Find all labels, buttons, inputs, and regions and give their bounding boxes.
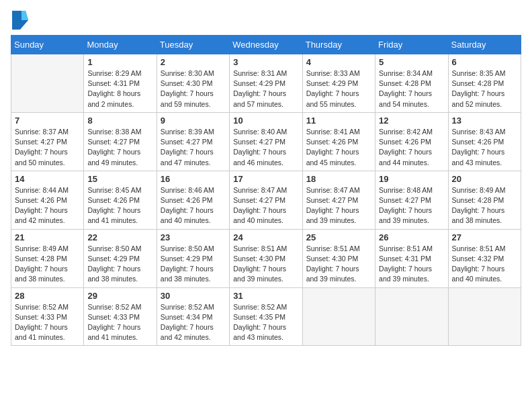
day-info: Sunrise: 8:50 AM Sunset: 4:29 PM Dayligh…: [87, 244, 152, 285]
calendar-cell: 29Sunrise: 8:52 AM Sunset: 4:33 PM Dayli…: [84, 287, 157, 346]
day-number: 19: [379, 174, 444, 184]
calendar-cell: [375, 287, 448, 346]
day-info: Sunrise: 8:51 AM Sunset: 4:30 PM Dayligh…: [233, 244, 298, 285]
calendar-cell: 27Sunrise: 8:51 AM Sunset: 4:32 PM Dayli…: [448, 229, 521, 287]
logo: [11, 11, 28, 30]
calendar-cell: 16Sunrise: 8:46 AM Sunset: 4:26 PM Dayli…: [157, 171, 229, 229]
calendar-week-row: 7Sunrise: 8:37 AM Sunset: 4:27 PM Daylig…: [11, 112, 521, 171]
calendar-cell: 14Sunrise: 8:44 AM Sunset: 4:26 PM Dayli…: [11, 171, 84, 229]
day-info: Sunrise: 8:52 AM Sunset: 4:33 PM Dayligh…: [15, 302, 80, 343]
calendar-week-row: 28Sunrise: 8:52 AM Sunset: 4:33 PM Dayli…: [11, 287, 521, 346]
day-info: Sunrise: 8:51 AM Sunset: 4:30 PM Dayligh…: [306, 244, 371, 285]
day-number: 12: [379, 116, 444, 126]
day-number: 16: [161, 174, 226, 184]
day-info: Sunrise: 8:51 AM Sunset: 4:32 PM Dayligh…: [452, 244, 517, 285]
day-info: Sunrise: 8:47 AM Sunset: 4:27 PM Dayligh…: [233, 185, 298, 226]
day-number: 6: [452, 57, 517, 67]
calendar-cell: 8Sunrise: 8:38 AM Sunset: 4:27 PM Daylig…: [84, 112, 157, 171]
day-info: Sunrise: 8:29 AM Sunset: 4:31 PM Dayligh…: [87, 68, 152, 109]
day-number: 26: [379, 232, 444, 242]
calendar-cell: 11Sunrise: 8:41 AM Sunset: 4:26 PM Dayli…: [302, 112, 375, 171]
calendar-cell: 10Sunrise: 8:40 AM Sunset: 4:27 PM Dayli…: [230, 112, 302, 171]
calendar-header-tuesday: Tuesday: [157, 36, 229, 54]
day-info: Sunrise: 8:41 AM Sunset: 4:26 PM Dayligh…: [306, 127, 371, 168]
day-info: Sunrise: 8:51 AM Sunset: 4:31 PM Dayligh…: [379, 244, 444, 285]
calendar-cell: 13Sunrise: 8:43 AM Sunset: 4:26 PM Dayli…: [448, 112, 521, 171]
day-number: 15: [87, 174, 152, 184]
day-info: Sunrise: 8:43 AM Sunset: 4:26 PM Dayligh…: [452, 127, 517, 168]
day-number: 25: [306, 232, 371, 242]
day-number: 2: [161, 57, 226, 67]
page-header: [11, 11, 521, 30]
day-number: 1: [87, 57, 152, 67]
calendar-cell: 6Sunrise: 8:35 AM Sunset: 4:28 PM Daylig…: [448, 54, 521, 113]
calendar-week-row: 1Sunrise: 8:29 AM Sunset: 4:31 PM Daylig…: [11, 54, 521, 113]
calendar-cell: 5Sunrise: 8:34 AM Sunset: 4:28 PM Daylig…: [375, 54, 448, 113]
calendar-cell: 31Sunrise: 8:52 AM Sunset: 4:35 PM Dayli…: [230, 287, 302, 346]
day-info: Sunrise: 8:30 AM Sunset: 4:30 PM Dayligh…: [161, 68, 226, 109]
day-info: Sunrise: 8:44 AM Sunset: 4:26 PM Dayligh…: [15, 185, 80, 226]
day-info: Sunrise: 8:47 AM Sunset: 4:27 PM Dayligh…: [306, 185, 371, 226]
day-info: Sunrise: 8:40 AM Sunset: 4:27 PM Dayligh…: [233, 127, 298, 168]
calendar-cell: 21Sunrise: 8:49 AM Sunset: 4:28 PM Dayli…: [11, 229, 84, 287]
day-info: Sunrise: 8:39 AM Sunset: 4:27 PM Dayligh…: [161, 127, 226, 168]
day-number: 20: [452, 174, 517, 184]
calendar-cell: 12Sunrise: 8:42 AM Sunset: 4:26 PM Dayli…: [375, 112, 448, 171]
day-info: Sunrise: 8:42 AM Sunset: 4:26 PM Dayligh…: [379, 127, 444, 168]
calendar-cell: [11, 54, 84, 113]
calendar-cell: 25Sunrise: 8:51 AM Sunset: 4:30 PM Dayli…: [302, 229, 375, 287]
calendar-cell: 30Sunrise: 8:52 AM Sunset: 4:34 PM Dayli…: [157, 287, 229, 346]
calendar-cell: 28Sunrise: 8:52 AM Sunset: 4:33 PM Dayli…: [11, 287, 84, 346]
calendar-cell: 4Sunrise: 8:33 AM Sunset: 4:29 PM Daylig…: [302, 54, 375, 113]
calendar-week-row: 21Sunrise: 8:49 AM Sunset: 4:28 PM Dayli…: [11, 229, 521, 287]
logo-icon: [12, 11, 28, 30]
day-info: Sunrise: 8:52 AM Sunset: 4:35 PM Dayligh…: [233, 302, 298, 343]
day-number: 7: [15, 116, 80, 126]
day-number: 14: [15, 174, 80, 184]
calendar-cell: 7Sunrise: 8:37 AM Sunset: 4:27 PM Daylig…: [11, 112, 84, 171]
calendar-cell: 22Sunrise: 8:50 AM Sunset: 4:29 PM Dayli…: [84, 229, 157, 287]
day-info: Sunrise: 8:33 AM Sunset: 4:29 PM Dayligh…: [306, 68, 371, 109]
calendar-cell: 23Sunrise: 8:50 AM Sunset: 4:29 PM Dayli…: [157, 229, 229, 287]
calendar-header-friday: Friday: [375, 36, 448, 54]
day-info: Sunrise: 8:52 AM Sunset: 4:33 PM Dayligh…: [87, 302, 152, 343]
day-number: 28: [15, 291, 80, 301]
calendar-week-row: 14Sunrise: 8:44 AM Sunset: 4:26 PM Dayli…: [11, 171, 521, 229]
day-number: 3: [233, 57, 298, 67]
calendar-header-sunday: Sunday: [11, 36, 84, 54]
calendar-cell: 2Sunrise: 8:30 AM Sunset: 4:30 PM Daylig…: [157, 54, 229, 113]
day-info: Sunrise: 8:34 AM Sunset: 4:28 PM Dayligh…: [379, 68, 444, 109]
calendar-cell: 15Sunrise: 8:45 AM Sunset: 4:26 PM Dayli…: [84, 171, 157, 229]
calendar-cell: 9Sunrise: 8:39 AM Sunset: 4:27 PM Daylig…: [157, 112, 229, 171]
day-info: Sunrise: 8:46 AM Sunset: 4:26 PM Dayligh…: [161, 185, 226, 226]
day-number: 10: [233, 116, 298, 126]
calendar-cell: [302, 287, 375, 346]
day-number: 8: [87, 116, 152, 126]
day-info: Sunrise: 8:49 AM Sunset: 4:28 PM Dayligh…: [452, 185, 517, 226]
day-number: 24: [233, 232, 298, 242]
day-number: 31: [233, 291, 298, 301]
calendar-table: SundayMondayTuesdayWednesdayThursdayFrid…: [11, 35, 521, 346]
day-number: 27: [452, 232, 517, 242]
day-info: Sunrise: 8:37 AM Sunset: 4:27 PM Dayligh…: [15, 127, 80, 168]
day-info: Sunrise: 8:52 AM Sunset: 4:34 PM Dayligh…: [161, 302, 226, 343]
day-number: 17: [233, 174, 298, 184]
calendar-cell: 17Sunrise: 8:47 AM Sunset: 4:27 PM Dayli…: [230, 171, 302, 229]
calendar-cell: 26Sunrise: 8:51 AM Sunset: 4:31 PM Dayli…: [375, 229, 448, 287]
calendar-cell: [448, 287, 521, 346]
day-number: 29: [87, 291, 152, 301]
day-info: Sunrise: 8:45 AM Sunset: 4:26 PM Dayligh…: [87, 185, 152, 226]
day-info: Sunrise: 8:31 AM Sunset: 4:29 PM Dayligh…: [233, 68, 298, 109]
calendar-cell: 3Sunrise: 8:31 AM Sunset: 4:29 PM Daylig…: [230, 54, 302, 113]
calendar-cell: 1Sunrise: 8:29 AM Sunset: 4:31 PM Daylig…: [84, 54, 157, 113]
calendar-header-monday: Monday: [84, 36, 157, 54]
day-info: Sunrise: 8:38 AM Sunset: 4:27 PM Dayligh…: [87, 127, 152, 168]
day-number: 30: [161, 291, 226, 301]
day-info: Sunrise: 8:35 AM Sunset: 4:28 PM Dayligh…: [452, 68, 517, 109]
calendar-cell: 24Sunrise: 8:51 AM Sunset: 4:30 PM Dayli…: [230, 229, 302, 287]
calendar-header-saturday: Saturday: [448, 36, 521, 54]
calendar-cell: 18Sunrise: 8:47 AM Sunset: 4:27 PM Dayli…: [302, 171, 375, 229]
day-info: Sunrise: 8:48 AM Sunset: 4:27 PM Dayligh…: [379, 185, 444, 226]
day-info: Sunrise: 8:50 AM Sunset: 4:29 PM Dayligh…: [161, 244, 226, 285]
svg-marker-1: [21, 11, 28, 20]
